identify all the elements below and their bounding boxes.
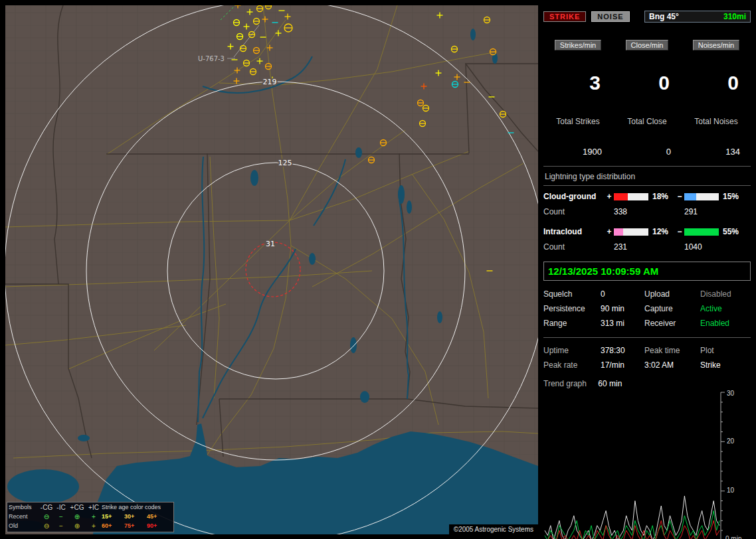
circle-minus-icon: ⊖	[39, 522, 54, 530]
strikes-per-min-button[interactable]: Strikes/min	[555, 40, 601, 50]
cg-negative-percent: 15%	[719, 192, 744, 201]
y-tick-30: 30	[727, 390, 734, 397]
ic-negative-count: 1040	[684, 242, 719, 252]
intracloud-row: Intracloud + 12% − 55%	[543, 227, 751, 236]
total-strikes-label: Total Strikes	[543, 117, 613, 126]
age-code: 60+	[102, 522, 124, 530]
minus-sign: −	[675, 192, 684, 201]
uptime-label: Uptime	[543, 346, 601, 355]
ic-negative-gauge	[684, 228, 719, 236]
age-code: 75+	[124, 522, 147, 530]
distribution-heading: Lightning type distribution	[545, 172, 751, 181]
total-noises-label: Total Noises	[682, 117, 751, 126]
range-label: Range	[543, 319, 601, 328]
legend-age-header: Strike age color codes	[102, 503, 171, 512]
trend-graph-header: Trend graph 60 min	[543, 379, 751, 388]
intracloud-label: Intracloud	[543, 227, 605, 236]
legend-symbols-header: Symbols	[9, 503, 39, 512]
plus-icon: +	[86, 522, 102, 530]
noises-per-min-value: 0	[682, 72, 751, 94]
legend-col-pos-ic: +IC	[86, 503, 102, 512]
age-code: 15+	[102, 512, 124, 521]
capture-label: Capture	[644, 304, 700, 313]
count-label: Count	[543, 207, 605, 216]
cloud-ground-count-row: Count 338 291	[543, 207, 751, 216]
trend-chart-canvas	[543, 391, 751, 539]
total-strikes-value: 1900	[543, 147, 613, 157]
totals-values-row: 1900 0 134	[543, 143, 751, 157]
receiver-label: Receiver	[644, 319, 700, 328]
cloud-ground-row: Cloud-ground + 18% − 15%	[543, 192, 751, 201]
intracloud-count-row: Count 231 1040	[543, 242, 751, 252]
legend-row-old-label: Old	[9, 522, 39, 530]
uptime-value: 378:30	[601, 346, 644, 355]
rate-values-row: 3 0 0	[543, 68, 751, 94]
legend-row-recent-label: Recent	[9, 512, 39, 521]
minus-sign: −	[675, 227, 684, 236]
ic-positive-gauge	[614, 228, 648, 236]
ring-label-middle: 125	[278, 159, 292, 167]
mode-toolbar: STRIKE NOISE Bng 45° 310mi	[543, 11, 751, 23]
circle-minus-icon: ⊖	[39, 512, 54, 521]
y-tick-20: 20	[727, 437, 734, 445]
close-per-min-value: 0	[613, 72, 682, 94]
ic-negative-percent: 55%	[719, 227, 744, 236]
strikes-per-min-value: 3	[543, 72, 613, 94]
plot-label: Plot	[700, 346, 751, 355]
minus-icon: −	[54, 512, 68, 521]
trend-axis	[545, 392, 725, 539]
total-noises-value: 134	[682, 147, 751, 157]
totals-labels-row: Total Strikes Total Close Total Noises	[543, 112, 751, 126]
peak-rate-value: 17/min	[601, 360, 644, 370]
storm-cell-label: U-767-3	[198, 55, 225, 62]
age-code: 45+	[147, 512, 171, 521]
plus-sign: +	[605, 227, 614, 236]
total-close-value: 0	[613, 147, 682, 157]
range-value: 313 mi	[601, 319, 644, 328]
legend-col-pos-cg: +CG	[68, 503, 86, 512]
divider	[543, 337, 751, 338]
divider	[543, 166, 751, 167]
origin-label: 0 min	[725, 535, 741, 539]
persistence-value: 90 min	[601, 304, 644, 313]
close-per-min-button[interactable]: Close/min	[626, 40, 669, 50]
info-grid: Uptime 378:30 Peak time Plot Peak rate 1…	[543, 346, 751, 370]
noise-mode-button[interactable]: NOISE	[591, 11, 629, 22]
gauge-fill	[684, 193, 696, 200]
symbol-legend: Symbols -CG -IC +CG +IC Strike age color…	[7, 502, 174, 532]
cg-positive-percent: 18%	[648, 192, 675, 201]
bearing-label: Bng 45°	[649, 12, 679, 21]
cg-positive-gauge	[614, 193, 648, 200]
minus-icon: −	[54, 522, 68, 530]
peak-rate-label: Peak rate	[543, 360, 601, 370]
copyright-text: ©2005 Astrogenic Systems	[449, 524, 538, 534]
circle-plus-icon: ⊕	[68, 512, 86, 521]
map-canvas[interactable]: 219 125 31 U-767-3	[5, 5, 538, 534]
ring-label-inner: 31	[266, 240, 275, 248]
datetime-display: 12/13/2025 10:09:59 AM	[543, 262, 751, 281]
strike-mode-button[interactable]: STRIKE	[543, 11, 586, 22]
trend-graph-label: Trend graph	[543, 379, 587, 388]
legend-col-neg-ic: -IC	[54, 503, 68, 512]
settings-grid: Squelch 0 Upload Disabled Persistence 90…	[543, 289, 751, 328]
trend-series-strikes	[545, 496, 719, 539]
y-tick-10: 10	[727, 487, 734, 494]
noises-per-min-button[interactable]: Noises/min	[693, 40, 739, 50]
trend-graph: 30 20 10 0 min 60 50 40 30 20 10	[543, 391, 751, 539]
cloud-ground-label: Cloud-ground	[543, 192, 605, 201]
bearing-readout: Bng 45° 310mi	[644, 11, 751, 23]
sidebar: STRIKE NOISE Bng 45° 310mi Strikes/min C…	[543, 5, 751, 534]
trend-window-value: 60 min	[598, 379, 622, 388]
gauge-fill	[614, 228, 623, 236]
receiver-status: Enabled	[700, 319, 751, 328]
squelch-value: 0	[601, 289, 644, 299]
upload-label: Upload	[644, 289, 700, 299]
bearing-range: 310mi	[723, 12, 746, 21]
rate-chips-row: Strikes/min Close/min Noises/min	[543, 40, 751, 50]
app-window: { "map": { "storm_label": "U-767-3", "ri…	[0, 0, 756, 539]
ic-positive-count: 231	[614, 242, 648, 252]
gauge-fill	[614, 193, 628, 200]
legend-col-neg-cg: -CG	[39, 503, 54, 512]
age-code: 30+	[124, 512, 147, 521]
peak-time-value: 3:02 AM	[644, 360, 700, 370]
